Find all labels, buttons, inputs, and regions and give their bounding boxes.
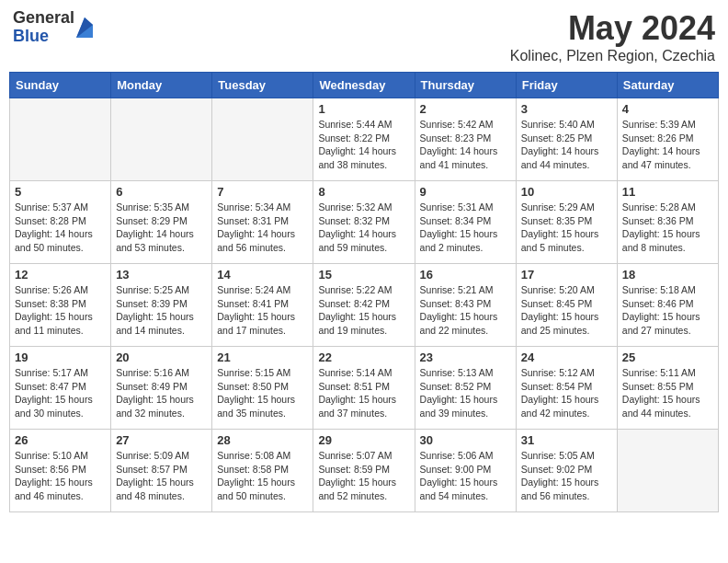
cell-day-number: 8 [318, 185, 409, 199]
cell-day-number: 19 [15, 350, 106, 364]
day-header-sunday: Sunday [10, 73, 111, 98]
calendar-cell: 14Sunrise: 5:24 AMSunset: 8:41 PMDayligh… [212, 264, 313, 347]
logo-text: General Blue [13, 9, 74, 46]
cell-day-number: 24 [521, 350, 612, 364]
calendar-cell [617, 430, 718, 512]
cell-day-number: 13 [116, 268, 207, 282]
cell-day-number: 20 [116, 350, 207, 364]
calendar-cell: 26Sunrise: 5:10 AMSunset: 8:56 PMDayligh… [10, 430, 111, 512]
calendar-cell: 11Sunrise: 5:28 AMSunset: 8:36 PMDayligh… [617, 181, 718, 264]
cell-info: Sunrise: 5:40 AMSunset: 8:25 PMDaylight:… [521, 118, 612, 172]
week-row-0: 1Sunrise: 5:44 AMSunset: 8:22 PMDaylight… [10, 98, 719, 181]
cell-info: Sunrise: 5:34 AMSunset: 8:31 PMDaylight:… [217, 201, 308, 255]
calendar-cell: 20Sunrise: 5:16 AMSunset: 8:49 PMDayligh… [111, 347, 212, 430]
week-row-2: 12Sunrise: 5:26 AMSunset: 8:38 PMDayligh… [10, 264, 719, 347]
cell-day-number: 1 [318, 102, 409, 116]
cell-day-number: 11 [622, 185, 713, 199]
calendar-cell: 7Sunrise: 5:34 AMSunset: 8:31 PMDaylight… [212, 181, 313, 264]
cell-day-number: 30 [420, 433, 511, 447]
cell-day-number: 7 [217, 185, 308, 199]
calendar-body: 1Sunrise: 5:44 AMSunset: 8:22 PMDaylight… [10, 98, 719, 512]
calendar-cell [111, 98, 212, 181]
cell-info: Sunrise: 5:16 AMSunset: 8:49 PMDaylight:… [116, 366, 207, 420]
day-header-tuesday: Tuesday [212, 73, 313, 98]
calendar-cell: 4Sunrise: 5:39 AMSunset: 8:26 PMDaylight… [617, 98, 718, 181]
calendar-cell: 10Sunrise: 5:29 AMSunset: 8:35 PMDayligh… [516, 181, 617, 264]
cell-day-number: 25 [622, 350, 713, 364]
cell-day-number: 22 [318, 350, 409, 364]
cell-info: Sunrise: 5:07 AMSunset: 8:59 PMDaylight:… [318, 449, 409, 503]
cell-info: Sunrise: 5:26 AMSunset: 8:38 PMDaylight:… [15, 283, 106, 338]
calendar-cell: 6Sunrise: 5:35 AMSunset: 8:29 PMDaylight… [111, 181, 212, 264]
cell-day-number: 10 [521, 185, 612, 199]
calendar-cell: 15Sunrise: 5:22 AMSunset: 8:42 PMDayligh… [313, 264, 415, 347]
day-header-thursday: Thursday [415, 73, 516, 98]
cell-day-number: 21 [217, 350, 308, 364]
cell-day-number: 2 [420, 102, 511, 116]
page-header: General Blue May 2024 Kolinec, Plzen Reg… [9, 9, 719, 64]
month-title: May 2024 [510, 9, 715, 48]
calendar-cell: 9Sunrise: 5:31 AMSunset: 8:34 PMDaylight… [415, 181, 516, 264]
cell-info: Sunrise: 5:28 AMSunset: 8:36 PMDaylight:… [622, 201, 713, 255]
calendar-cell: 19Sunrise: 5:17 AMSunset: 8:47 PMDayligh… [10, 347, 111, 430]
cell-info: Sunrise: 5:32 AMSunset: 8:32 PMDaylight:… [318, 201, 409, 255]
cell-day-number: 23 [420, 350, 511, 364]
logo-icon [76, 17, 93, 38]
calendar-cell: 12Sunrise: 5:26 AMSunset: 8:38 PMDayligh… [10, 264, 111, 347]
cell-day-number: 16 [420, 268, 511, 282]
cell-day-number: 31 [521, 433, 612, 447]
cell-info: Sunrise: 5:05 AMSunset: 9:02 PMDaylight:… [521, 449, 612, 503]
cell-info: Sunrise: 5:09 AMSunset: 8:57 PMDaylight:… [116, 449, 207, 503]
title-block: May 2024 Kolinec, Plzen Region, Czechia [510, 9, 715, 64]
cell-info: Sunrise: 5:22 AMSunset: 8:42 PMDaylight:… [318, 283, 409, 338]
cell-info: Sunrise: 5:42 AMSunset: 8:23 PMDaylight:… [420, 118, 511, 172]
cell-day-number: 29 [318, 433, 409, 447]
calendar-cell: 22Sunrise: 5:14 AMSunset: 8:51 PMDayligh… [313, 347, 415, 430]
cell-day-number: 26 [15, 433, 106, 447]
calendar-cell: 28Sunrise: 5:08 AMSunset: 8:58 PMDayligh… [212, 430, 313, 512]
calendar-cell: 30Sunrise: 5:06 AMSunset: 9:00 PMDayligh… [415, 430, 516, 512]
cell-day-number: 5 [15, 185, 106, 199]
week-row-3: 19Sunrise: 5:17 AMSunset: 8:47 PMDayligh… [10, 347, 719, 430]
calendar-cell [10, 98, 111, 181]
cell-info: Sunrise: 5:13 AMSunset: 8:52 PMDaylight:… [420, 366, 511, 420]
location: Kolinec, Plzen Region, Czechia [510, 48, 715, 64]
cell-info: Sunrise: 5:39 AMSunset: 8:26 PMDaylight:… [622, 118, 713, 172]
calendar-cell: 5Sunrise: 5:37 AMSunset: 8:28 PMDaylight… [10, 181, 111, 264]
calendar-cell: 27Sunrise: 5:09 AMSunset: 8:57 PMDayligh… [111, 430, 212, 512]
day-header-wednesday: Wednesday [313, 73, 415, 98]
cell-info: Sunrise: 5:35 AMSunset: 8:29 PMDaylight:… [116, 201, 207, 255]
cell-info: Sunrise: 5:10 AMSunset: 8:56 PMDaylight:… [15, 449, 106, 503]
cell-info: Sunrise: 5:31 AMSunset: 8:34 PMDaylight:… [420, 201, 511, 255]
calendar-cell: 8Sunrise: 5:32 AMSunset: 8:32 PMDaylight… [313, 181, 415, 264]
logo: General Blue [13, 9, 93, 46]
cell-info: Sunrise: 5:12 AMSunset: 8:54 PMDaylight:… [521, 366, 612, 420]
cell-day-number: 14 [217, 268, 308, 282]
calendar-cell: 24Sunrise: 5:12 AMSunset: 8:54 PMDayligh… [516, 347, 617, 430]
day-header-saturday: Saturday [617, 73, 718, 98]
cell-day-number: 18 [622, 268, 713, 282]
calendar-cell: 23Sunrise: 5:13 AMSunset: 8:52 PMDayligh… [415, 347, 516, 430]
logo-general: General [13, 9, 74, 28]
cell-day-number: 15 [318, 268, 409, 282]
cell-day-number: 28 [217, 433, 308, 447]
cell-day-number: 27 [116, 433, 207, 447]
cell-info: Sunrise: 5:25 AMSunset: 8:39 PMDaylight:… [116, 283, 207, 338]
calendar-cell: 13Sunrise: 5:25 AMSunset: 8:39 PMDayligh… [111, 264, 212, 347]
cell-info: Sunrise: 5:20 AMSunset: 8:45 PMDaylight:… [521, 283, 612, 338]
calendar-cell: 25Sunrise: 5:11 AMSunset: 8:55 PMDayligh… [617, 347, 718, 430]
calendar-cell: 29Sunrise: 5:07 AMSunset: 8:59 PMDayligh… [313, 430, 415, 512]
cell-day-number: 12 [15, 268, 106, 282]
cell-info: Sunrise: 5:37 AMSunset: 8:28 PMDaylight:… [15, 201, 106, 255]
cell-info: Sunrise: 5:29 AMSunset: 8:35 PMDaylight:… [521, 201, 612, 255]
cell-info: Sunrise: 5:18 AMSunset: 8:46 PMDaylight:… [622, 283, 713, 338]
calendar-cell: 17Sunrise: 5:20 AMSunset: 8:45 PMDayligh… [516, 264, 617, 347]
cell-info: Sunrise: 5:24 AMSunset: 8:41 PMDaylight:… [217, 283, 308, 338]
day-header-friday: Friday [516, 73, 617, 98]
cell-day-number: 17 [521, 268, 612, 282]
day-header-monday: Monday [111, 73, 212, 98]
calendar-cell: 18Sunrise: 5:18 AMSunset: 8:46 PMDayligh… [617, 264, 718, 347]
calendar-cell: 31Sunrise: 5:05 AMSunset: 9:02 PMDayligh… [516, 430, 617, 512]
calendar-header: SundayMondayTuesdayWednesdayThursdayFrid… [10, 73, 719, 98]
calendar-cell: 3Sunrise: 5:40 AMSunset: 8:25 PMDaylight… [516, 98, 617, 181]
